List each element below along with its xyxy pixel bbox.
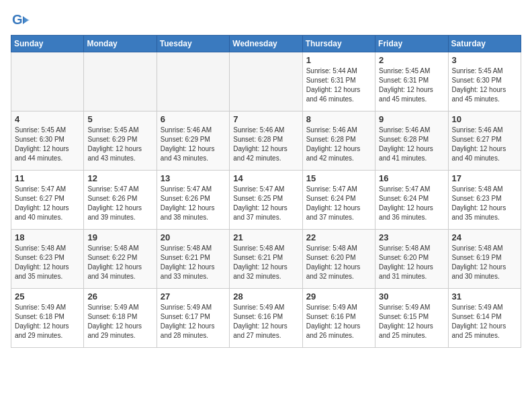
day-info: Sunrise: 5:49 AM Sunset: 6:18 PM Dayligh… (15, 303, 80, 340)
day-header-wednesday: Wednesday (230, 36, 302, 52)
day-number: 8 (306, 114, 371, 124)
week-row-1: 1Sunrise: 5:44 AM Sunset: 6:31 PM Daylig… (11, 52, 521, 111)
day-cell-14: 14Sunrise: 5:47 AM Sunset: 6:25 PM Dayli… (230, 171, 302, 230)
day-cell-11: 11Sunrise: 5:47 AM Sunset: 6:27 PM Dayli… (11, 171, 84, 230)
day-number: 4 (15, 114, 80, 124)
empty-cell (157, 52, 229, 111)
day-info: Sunrise: 5:46 AM Sunset: 6:28 PM Dayligh… (379, 126, 444, 163)
day-number: 23 (379, 232, 444, 242)
logo-icon: G (11, 11, 30, 30)
day-info: Sunrise: 5:47 AM Sunset: 6:26 PM Dayligh… (87, 185, 152, 222)
day-info: Sunrise: 5:45 AM Sunset: 6:30 PM Dayligh… (452, 66, 517, 104)
week-row-3: 11Sunrise: 5:47 AM Sunset: 6:27 PM Dayli… (11, 171, 521, 230)
day-header-monday: Monday (84, 36, 157, 52)
empty-cell (84, 52, 157, 111)
day-cell-13: 13Sunrise: 5:47 AM Sunset: 6:26 PM Dayli… (157, 171, 229, 230)
day-cell-8: 8Sunrise: 5:46 AM Sunset: 6:28 PM Daylig… (302, 111, 375, 171)
day-cell-16: 16Sunrise: 5:47 AM Sunset: 6:24 PM Dayli… (375, 171, 448, 230)
day-number: 6 (161, 114, 226, 124)
day-info: Sunrise: 5:48 AM Sunset: 6:23 PM Dayligh… (15, 244, 80, 281)
day-number: 2 (379, 55, 444, 65)
day-info: Sunrise: 5:48 AM Sunset: 6:21 PM Dayligh… (161, 244, 226, 281)
day-number: 28 (233, 291, 298, 302)
day-number: 14 (233, 173, 298, 183)
day-info: Sunrise: 5:48 AM Sunset: 6:19 PM Dayligh… (452, 244, 517, 281)
day-cell-2: 2Sunrise: 5:45 AM Sunset: 6:31 PM Daylig… (375, 52, 448, 111)
day-number: 18 (15, 232, 80, 242)
days-header-row: SundayMondayTuesdayWednesdayThursdayFrid… (11, 36, 521, 52)
svg-marker-2 (24, 17, 30, 23)
day-info: Sunrise: 5:46 AM Sunset: 6:28 PM Dayligh… (233, 126, 298, 163)
day-cell-9: 9Sunrise: 5:46 AM Sunset: 6:28 PM Daylig… (375, 111, 448, 171)
day-number: 13 (161, 173, 226, 183)
logo: G (11, 11, 31, 30)
calendar-table: SundayMondayTuesdayWednesdayThursdayFrid… (11, 35, 521, 348)
day-number: 16 (379, 173, 444, 183)
day-cell-5: 5Sunrise: 5:45 AM Sunset: 6:29 PM Daylig… (84, 111, 157, 171)
day-number: 24 (452, 232, 517, 242)
page-header: G (11, 11, 521, 30)
day-number: 25 (15, 291, 80, 302)
day-info: Sunrise: 5:48 AM Sunset: 6:22 PM Dayligh… (87, 244, 152, 281)
day-info: Sunrise: 5:48 AM Sunset: 6:20 PM Dayligh… (379, 244, 444, 281)
day-cell-21: 21Sunrise: 5:48 AM Sunset: 6:21 PM Dayli… (230, 230, 302, 289)
day-cell-6: 6Sunrise: 5:46 AM Sunset: 6:29 PM Daylig… (157, 111, 229, 171)
svg-text:G: G (12, 12, 23, 27)
day-info: Sunrise: 5:45 AM Sunset: 6:29 PM Dayligh… (87, 126, 152, 163)
empty-cell (230, 52, 302, 111)
day-cell-25: 25Sunrise: 5:49 AM Sunset: 6:18 PM Dayli… (11, 289, 84, 348)
day-number: 7 (233, 114, 298, 124)
day-info: Sunrise: 5:44 AM Sunset: 6:31 PM Dayligh… (306, 66, 371, 104)
day-cell-29: 29Sunrise: 5:49 AM Sunset: 6:16 PM Dayli… (302, 289, 375, 348)
day-cell-27: 27Sunrise: 5:49 AM Sunset: 6:17 PM Dayli… (157, 289, 229, 348)
day-cell-31: 31Sunrise: 5:49 AM Sunset: 6:14 PM Dayli… (448, 289, 521, 348)
day-header-saturday: Saturday (448, 36, 521, 52)
day-info: Sunrise: 5:49 AM Sunset: 6:18 PM Dayligh… (87, 303, 152, 340)
day-cell-20: 20Sunrise: 5:48 AM Sunset: 6:21 PM Dayli… (157, 230, 229, 289)
day-info: Sunrise: 5:46 AM Sunset: 6:28 PM Dayligh… (306, 126, 371, 163)
day-number: 22 (306, 232, 371, 242)
empty-cell (11, 52, 84, 111)
day-number: 12 (87, 173, 152, 183)
week-row-5: 25Sunrise: 5:49 AM Sunset: 6:18 PM Dayli… (11, 289, 521, 348)
day-header-friday: Friday (375, 36, 448, 52)
day-cell-12: 12Sunrise: 5:47 AM Sunset: 6:26 PM Dayli… (84, 171, 157, 230)
day-cell-18: 18Sunrise: 5:48 AM Sunset: 6:23 PM Dayli… (11, 230, 84, 289)
day-cell-23: 23Sunrise: 5:48 AM Sunset: 6:20 PM Dayli… (375, 230, 448, 289)
day-info: Sunrise: 5:47 AM Sunset: 6:26 PM Dayligh… (161, 185, 226, 222)
day-cell-28: 28Sunrise: 5:49 AM Sunset: 6:16 PM Dayli… (230, 289, 302, 348)
day-number: 1 (306, 55, 371, 65)
day-info: Sunrise: 5:46 AM Sunset: 6:29 PM Dayligh… (161, 126, 226, 163)
day-cell-15: 15Sunrise: 5:47 AM Sunset: 6:24 PM Dayli… (302, 171, 375, 230)
day-info: Sunrise: 5:49 AM Sunset: 6:15 PM Dayligh… (379, 303, 444, 340)
day-info: Sunrise: 5:49 AM Sunset: 6:16 PM Dayligh… (233, 303, 298, 340)
day-number: 27 (161, 291, 226, 302)
day-number: 20 (161, 232, 226, 242)
day-cell-10: 10Sunrise: 5:46 AM Sunset: 6:27 PM Dayli… (448, 111, 521, 171)
day-number: 29 (306, 291, 371, 302)
day-cell-7: 7Sunrise: 5:46 AM Sunset: 6:28 PM Daylig… (230, 111, 302, 171)
day-cell-3: 3Sunrise: 5:45 AM Sunset: 6:30 PM Daylig… (448, 52, 521, 111)
day-number: 31 (452, 291, 517, 302)
day-info: Sunrise: 5:48 AM Sunset: 6:20 PM Dayligh… (306, 244, 371, 281)
day-header-sunday: Sunday (11, 36, 84, 52)
day-cell-1: 1Sunrise: 5:44 AM Sunset: 6:31 PM Daylig… (302, 52, 375, 111)
day-cell-17: 17Sunrise: 5:48 AM Sunset: 6:23 PM Dayli… (448, 171, 521, 230)
day-number: 17 (452, 173, 517, 183)
day-cell-24: 24Sunrise: 5:48 AM Sunset: 6:19 PM Dayli… (448, 230, 521, 289)
week-row-2: 4Sunrise: 5:45 AM Sunset: 6:30 PM Daylig… (11, 111, 521, 171)
day-cell-26: 26Sunrise: 5:49 AM Sunset: 6:18 PM Dayli… (84, 289, 157, 348)
day-number: 10 (452, 114, 517, 124)
day-header-thursday: Thursday (302, 36, 375, 52)
day-info: Sunrise: 5:47 AM Sunset: 6:25 PM Dayligh… (233, 185, 298, 222)
day-info: Sunrise: 5:47 AM Sunset: 6:24 PM Dayligh… (306, 185, 371, 222)
day-number: 26 (87, 291, 152, 302)
day-number: 9 (379, 114, 444, 124)
week-row-4: 18Sunrise: 5:48 AM Sunset: 6:23 PM Dayli… (11, 230, 521, 289)
day-info: Sunrise: 5:48 AM Sunset: 6:23 PM Dayligh… (452, 185, 517, 222)
day-number: 15 (306, 173, 371, 183)
day-number: 30 (379, 291, 444, 302)
day-info: Sunrise: 5:45 AM Sunset: 6:31 PM Dayligh… (379, 66, 444, 104)
day-number: 21 (233, 232, 298, 242)
day-info: Sunrise: 5:45 AM Sunset: 6:30 PM Dayligh… (15, 126, 80, 163)
